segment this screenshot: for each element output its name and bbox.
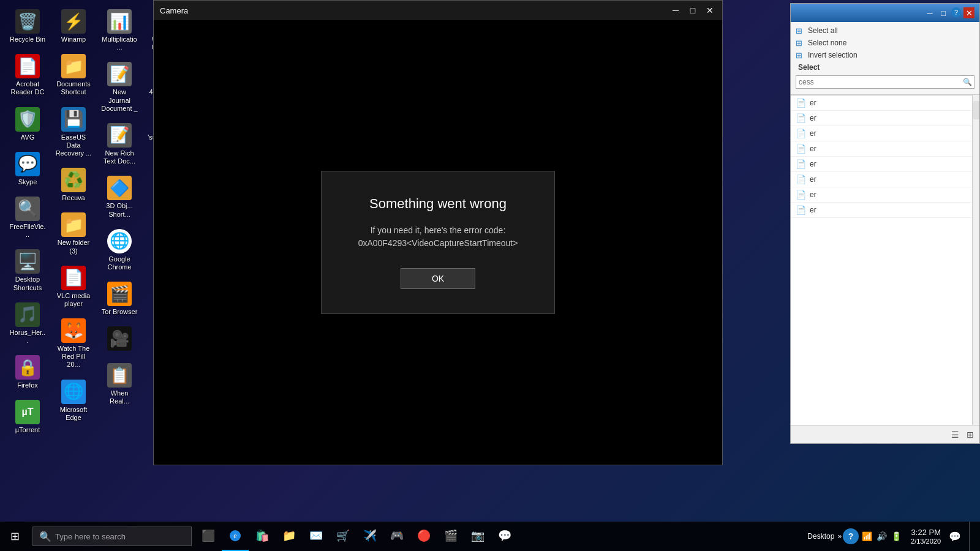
- icon-label-acrobat: Acrobat Reader DC: [9, 80, 46, 96]
- icon-label-3d: 3D Obj... Short...: [101, 202, 138, 218]
- desktop-icon-horus[interactable]: 📄 VLC media player: [52, 263, 95, 311]
- taskbar-tripadvisor-icon[interactable]: ✈️: [356, 522, 383, 551]
- desktop-icon-chrome[interactable]: 🌐 Google Chrome: [98, 226, 141, 274]
- desktop: 🗑️ Recycle Bin 📄 Acrobat Reader DC 🛡️ AV…: [0, 0, 980, 551]
- list-item[interactable]: 📄er: [791, 157, 972, 172]
- desktop-icon-subliminal[interactable]: 🎵 Horus_Her...: [6, 299, 49, 348]
- desktop-icon-recuva[interactable]: ♻️ Recuva: [52, 165, 95, 205]
- desktop-icon-documents-shortcut[interactable]: 📁 Documents Shortcut: [52, 51, 95, 99]
- list-item[interactable]: 📄er: [791, 203, 972, 218]
- taskbar-vlc-icon[interactable]: 🎬: [437, 522, 464, 551]
- explorer-scrollbar[interactable]: [972, 95, 979, 425]
- show-hidden-icons-button[interactable]: »: [837, 532, 842, 541]
- ribbon-select-none-row: ⊞ Select none: [796, 37, 974, 48]
- icon-label-documents: Documents Shortcut: [55, 80, 92, 96]
- desktop-icons-area: 🗑️ Recycle Bin 📄 Acrobat Reader DC 🛡️ AV…: [0, 0, 159, 465]
- desktop-icon-firefox[interactable]: 🦊 Watch The Red Pill 20...: [52, 315, 95, 372]
- explorer-search-bar[interactable]: 🔍: [796, 75, 974, 89]
- desktop-icon-tor-browser[interactable]: 🔒 Firefox: [6, 352, 49, 392]
- error-message: If you need it, here's the error code: 0…: [358, 224, 518, 250]
- desktop-icon-when-real[interactable]: 📋 When Real...: [98, 360, 141, 408]
- error-ok-button[interactable]: OK: [401, 268, 475, 289]
- desktop-icon-skype[interactable]: 💬 Skype: [6, 149, 49, 189]
- explorer-search-input[interactable]: [796, 78, 960, 86]
- icon-label-firefox: Watch The Red Pill 20...: [55, 345, 92, 369]
- camera-close-button[interactable]: ✕: [704, 4, 716, 17]
- icon-label-recuva: Recuva: [62, 194, 85, 202]
- explorer-bottom-bar: ☰ ⊞: [791, 425, 979, 443]
- desktop-icon-desktop-shortcuts[interactable]: 🖥️ Desktop Shortcuts: [6, 246, 49, 294]
- details-view-button[interactable]: ⊞: [964, 429, 976, 441]
- desktop-icon-watch-red-pill[interactable]: 🎥: [98, 323, 141, 356]
- icon-label-freefileview: FreeFileVie...: [9, 223, 46, 239]
- select-none-button[interactable]: Select none: [805, 37, 849, 48]
- taskbar-search-input[interactable]: [55, 532, 185, 541]
- ribbon-select-row: ⊞ Select all: [796, 25, 974, 36]
- desktop-icon-richtext[interactable]: 📝 New Rich Text Doc...: [98, 120, 141, 168]
- taskbar-desktop-label[interactable]: Desktop: [807, 532, 834, 541]
- taskbar-mail-icon[interactable]: ✉️: [303, 522, 330, 551]
- explorer-ribbon: ⊞ Select all ⊞ Select none ⊞ Invert sele…: [791, 22, 979, 95]
- explorer-file-list: 📄er 📄er 📄er 📄er 📄er 📄er 📄er 📄er: [791, 95, 972, 425]
- icon-label-easeus: EaseUS Data Recovery ...: [55, 133, 92, 158]
- error-line1: If you need it, here's the error code:: [371, 225, 506, 235]
- select-all-button[interactable]: Select all: [805, 25, 840, 36]
- desktop-icon-vlc[interactable]: 🎬 Tor Browser: [98, 279, 141, 319]
- explorer-window: ─ □ ? ✕ ⊞ Select all ⊞ Select none ⊞ Inv…: [790, 3, 980, 444]
- camera-maximize-button[interactable]: □: [687, 4, 699, 17]
- explorer-titlebar: ─ □ ? ✕: [791, 4, 979, 22]
- list-item[interactable]: 📄er: [791, 172, 972, 187]
- desktop-icon-new-folder[interactable]: 📁 New folder (3): [52, 209, 95, 258]
- desktop-icon-acrobat[interactable]: 📄 Acrobat Reader DC: [6, 51, 49, 99]
- list-item[interactable]: 📄er: [791, 126, 972, 141]
- taskbar-search-bar[interactable]: 🔍: [32, 527, 192, 546]
- list-item[interactable]: 📄er: [791, 187, 972, 203]
- camera-error-dialog: Something went wrong If you need it, her…: [321, 171, 556, 314]
- taskbar-amazon-icon[interactable]: 🛒: [330, 522, 356, 551]
- icon-label-vlc: Tor Browser: [102, 308, 138, 316]
- taskbar-camera-icon[interactable]: 📷: [464, 522, 491, 551]
- invert-selection-icon: ⊞: [796, 51, 802, 60]
- invert-selection-button[interactable]: Invert selection: [805, 50, 860, 61]
- notification-center-button[interactable]: 💬: [944, 522, 966, 551]
- desktop-icon-easeus[interactable]: 💾 EaseUS Data Recovery ...: [52, 104, 95, 161]
- explorer-close-button[interactable]: ✕: [963, 7, 974, 18]
- show-desktop-button[interactable]: [969, 522, 974, 551]
- taskbar-task-view[interactable]: ⬛: [195, 522, 222, 551]
- desktop-icon-3d-object[interactable]: 🔷 3D Obj... Short...: [98, 173, 141, 221]
- explorer-maximize-button[interactable]: □: [938, 7, 949, 18]
- desktop-icon-utorrent[interactable]: µT µTorrent: [6, 397, 49, 437]
- desktop-icon-avg[interactable]: 🛡️ AVG: [6, 104, 49, 144]
- desktop-icon-recycle-bin[interactable]: 🗑️ Recycle Bin: [6, 6, 49, 47]
- battery-tray-icon[interactable]: 🔋: [889, 530, 903, 543]
- taskbar-store-icon[interactable]: 🛍️: [249, 522, 276, 551]
- explorer-minimize-button[interactable]: ─: [924, 7, 935, 18]
- network-tray-icon[interactable]: 📶: [860, 530, 873, 543]
- taskbar-skype-icon[interactable]: 💬: [491, 522, 518, 551]
- taskbar-opera-gx-icon[interactable]: 🎮: [383, 522, 410, 551]
- icon-label-journal: New Journal Document _: [101, 88, 138, 113]
- volume-tray-icon[interactable]: 🔊: [875, 530, 888, 543]
- taskbar-files-icon[interactable]: 📁: [276, 522, 303, 551]
- list-item[interactable]: 📄er: [791, 111, 972, 126]
- camera-titlebar: Camera ─ □ ✕: [154, 1, 722, 20]
- list-view-button[interactable]: ☰: [949, 429, 961, 441]
- desktop-icon-edge[interactable]: 🌐 Microsoft Edge: [52, 377, 95, 425]
- start-button[interactable]: ⊞: [0, 522, 29, 551]
- taskbar-opera-icon[interactable]: 🔴: [410, 522, 437, 551]
- explorer-help-button[interactable]: ?: [951, 7, 961, 17]
- explorer-search-button[interactable]: 🔍: [960, 75, 974, 89]
- desktop-icon-freefileview[interactable]: 🔍 FreeFileVie...: [6, 193, 49, 242]
- camera-window-controls: ─ □ ✕: [669, 4, 716, 17]
- desktop-icon-new-journal[interactable]: 📝 New Journal Document _: [98, 59, 141, 116]
- list-item[interactable]: 📄er: [791, 96, 972, 111]
- camera-minimize-button[interactable]: ─: [669, 4, 682, 17]
- icon-label-recycle-bin: Recycle Bin: [10, 36, 45, 43]
- desktop-icon-multiplication[interactable]: 📊 Multiplicatio...: [98, 6, 141, 54]
- clock[interactable]: 3:22 PM 2/13/2020: [911, 528, 941, 545]
- desktop-icon-winamp[interactable]: ⚡ Winamp: [52, 6, 95, 47]
- list-item[interactable]: 📄er: [791, 141, 972, 157]
- taskbar-edge-icon[interactable]: e: [222, 522, 249, 551]
- icon-label-winamp: Winamp: [61, 36, 86, 43]
- help-tray-icon[interactable]: ?: [843, 528, 859, 544]
